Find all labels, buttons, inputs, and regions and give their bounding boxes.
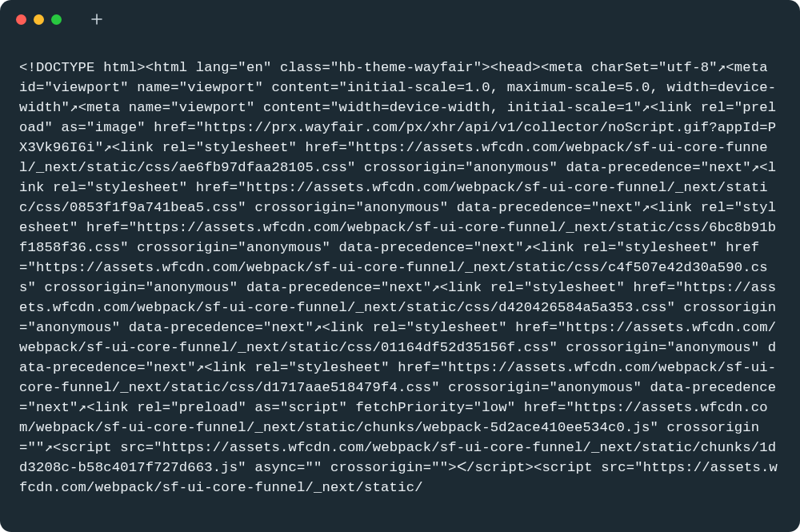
minimize-button[interactable] <box>34 14 44 25</box>
traffic-lights <box>16 14 62 25</box>
close-button[interactable] <box>16 14 26 25</box>
titlebar <box>0 0 800 38</box>
terminal-window: <!DOCTYPE html><html lang="en" class="hb… <box>0 0 800 532</box>
terminal-body[interactable]: <!DOCTYPE html><html lang="en" class="hb… <box>0 38 800 532</box>
code-output: <!DOCTYPE html><html lang="en" class="hb… <box>19 58 781 498</box>
new-tab-button[interactable] <box>89 11 105 27</box>
maximize-button[interactable] <box>51 14 62 25</box>
